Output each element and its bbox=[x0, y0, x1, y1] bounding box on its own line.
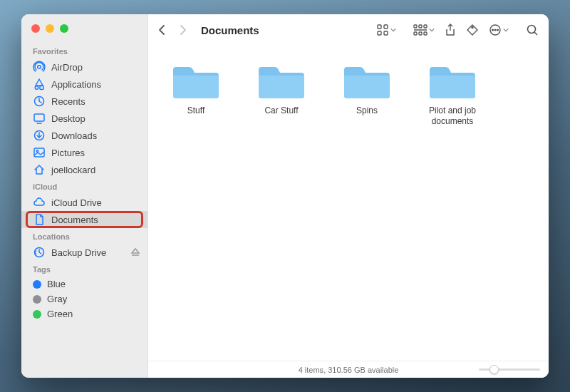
action-button[interactable] bbox=[489, 21, 509, 39]
icon-size-slider[interactable] bbox=[479, 364, 540, 374]
sidebar-item-label: iCloud Drive bbox=[51, 197, 102, 208]
forward-button[interactable] bbox=[175, 21, 191, 39]
svg-point-8 bbox=[36, 150, 38, 153]
sidebar-item-label: Gray bbox=[47, 294, 67, 304]
back-button[interactable] bbox=[154, 21, 170, 39]
desktop-icon bbox=[33, 112, 46, 125]
sidebar-item-gray[interactable]: Gray bbox=[21, 292, 147, 306]
folder-icon bbox=[427, 61, 478, 101]
sidebar-item-label: Downloads bbox=[51, 130, 97, 141]
tag-dot-icon bbox=[33, 310, 41, 319]
sidebar-item-downloads[interactable]: Downloads bbox=[21, 127, 147, 144]
svg-rect-11 bbox=[378, 25, 381, 29]
window-title: Documents bbox=[201, 24, 259, 36]
sidebar-item-label: Documents bbox=[51, 215, 98, 225]
folder-label: Stuff bbox=[187, 105, 204, 116]
svg-rect-16 bbox=[419, 25, 422, 28]
share-button[interactable] bbox=[445, 21, 456, 39]
svg-rect-4 bbox=[34, 114, 44, 121]
folder-grid: StuffCar StuffSpinsPilot and job documen… bbox=[148, 46, 549, 361]
view-mode-button[interactable] bbox=[376, 21, 396, 39]
svg-point-25 bbox=[494, 29, 496, 31]
sidebar-section-header: iCloud bbox=[21, 178, 147, 194]
status-bar: 4 items, 310.56 GB available bbox=[148, 361, 549, 378]
sidebar-item-documents[interactable]: Documents bbox=[21, 211, 147, 228]
sidebar-item-green[interactable]: Green bbox=[21, 306, 147, 321]
sidebar-item-label: Recents bbox=[51, 96, 86, 107]
eject-icon[interactable] bbox=[130, 247, 140, 257]
sidebar: FavoritesAirDropApplicationsRecentsDeskt… bbox=[21, 14, 148, 378]
toolbar-right bbox=[376, 21, 539, 39]
tag-dot-icon bbox=[33, 295, 41, 304]
folder-label: Spins bbox=[356, 105, 378, 116]
status-text: 4 items, 310.56 GB available bbox=[299, 366, 399, 374]
recents-icon bbox=[33, 95, 46, 108]
cloud-icon bbox=[33, 196, 46, 209]
svg-rect-15 bbox=[414, 25, 417, 28]
timemachine-icon bbox=[33, 246, 46, 259]
group-by-button[interactable] bbox=[413, 21, 435, 39]
svg-point-26 bbox=[497, 29, 499, 31]
svg-rect-19 bbox=[414, 32, 417, 35]
svg-rect-17 bbox=[424, 25, 427, 28]
svg-line-28 bbox=[534, 32, 537, 35]
svg-rect-13 bbox=[378, 31, 381, 35]
finder-window: FavoritesAirDropApplicationsRecentsDeskt… bbox=[21, 14, 549, 378]
sidebar-item-icloud-drive[interactable]: iCloud Drive bbox=[21, 194, 147, 211]
sidebar-section-header: Favorites bbox=[21, 43, 147, 58]
folder-icon bbox=[170, 61, 222, 101]
applications-icon bbox=[33, 78, 46, 91]
svg-rect-12 bbox=[384, 25, 388, 29]
svg-point-24 bbox=[492, 29, 494, 31]
folder-item[interactable]: Car Stuff bbox=[249, 61, 314, 116]
main-area: Documents bbox=[148, 14, 549, 378]
svg-rect-20 bbox=[419, 32, 422, 35]
toolbar: Documents bbox=[148, 14, 549, 46]
downloads-icon bbox=[33, 129, 46, 142]
sidebar-section-header: Locations bbox=[21, 228, 147, 244]
traffic-lights bbox=[21, 21, 147, 43]
sidebar-item-pictures[interactable]: Pictures bbox=[21, 144, 147, 161]
sidebar-item-joellockard[interactable]: joellockard bbox=[21, 161, 147, 178]
search-button[interactable] bbox=[526, 21, 539, 39]
fullscreen-button[interactable] bbox=[60, 24, 68, 33]
folder-label: Pilot and job documents bbox=[420, 105, 484, 127]
sidebar-item-applications[interactable]: Applications bbox=[21, 76, 147, 93]
svg-point-27 bbox=[528, 26, 536, 33]
folder-item[interactable]: Stuff bbox=[164, 61, 228, 116]
document-icon bbox=[33, 213, 46, 226]
sidebar-item-label: Backup Drive bbox=[51, 247, 106, 258]
sidebar-item-label: joellockard bbox=[51, 165, 95, 175]
svg-point-1 bbox=[35, 86, 38, 90]
tag-dot-icon bbox=[33, 280, 41, 289]
sidebar-item-label: Green bbox=[47, 309, 73, 319]
svg-rect-21 bbox=[424, 32, 427, 35]
folder-icon bbox=[341, 61, 393, 101]
sidebar-item-label: Applications bbox=[51, 79, 101, 90]
folder-item[interactable]: Pilot and job documents bbox=[420, 61, 484, 127]
sidebar-item-label: Pictures bbox=[51, 148, 85, 158]
svg-rect-14 bbox=[384, 31, 388, 35]
sidebar-item-label: Blue bbox=[47, 279, 66, 289]
sidebar-item-backup-drive[interactable]: Backup Drive bbox=[21, 244, 147, 261]
sidebar-item-airdrop[interactable]: AirDrop bbox=[21, 58, 147, 76]
airdrop-icon bbox=[33, 61, 46, 73]
svg-point-22 bbox=[472, 27, 473, 29]
sidebar-item-label: AirDrop bbox=[51, 62, 83, 73]
folder-label: Car Stuff bbox=[264, 105, 298, 116]
sidebar-item-label: Desktop bbox=[51, 113, 86, 124]
svg-rect-2 bbox=[40, 86, 43, 90]
pictures-icon bbox=[33, 146, 46, 159]
sidebar-item-recents[interactable]: Recents bbox=[21, 93, 147, 110]
tags-button[interactable] bbox=[466, 21, 479, 39]
folder-item[interactable]: Spins bbox=[335, 61, 399, 116]
folder-icon bbox=[256, 61, 307, 101]
sidebar-item-desktop[interactable]: Desktop bbox=[21, 110, 147, 127]
home-icon bbox=[33, 163, 46, 176]
close-button[interactable] bbox=[31, 24, 40, 33]
sidebar-section-header: Tags bbox=[21, 261, 147, 277]
minimize-button[interactable] bbox=[46, 24, 54, 33]
sidebar-item-blue[interactable]: Blue bbox=[21, 277, 147, 292]
svg-point-0 bbox=[38, 66, 41, 69]
